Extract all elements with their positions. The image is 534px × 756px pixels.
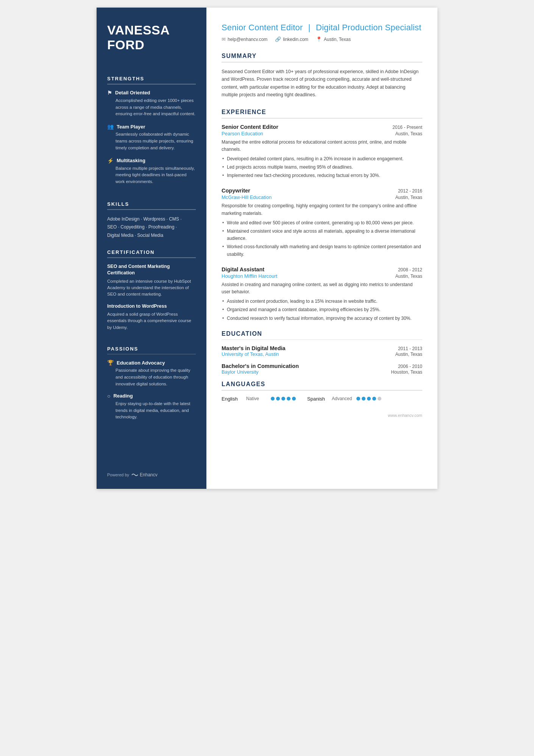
- skills-text: Adobe InDesign · Wordpress · CMS · SEO ·…: [107, 215, 196, 240]
- strength-title-2: Team Player: [117, 124, 145, 130]
- trophy-icon: 🏆: [107, 360, 114, 366]
- languages-section-title: LANGUAGES: [222, 381, 422, 388]
- certification-section-title: CERTIFICATION: [107, 249, 196, 255]
- exp-header-row-1: Senior Content Editor 2016 - Present: [222, 124, 422, 130]
- lang-level-english: Native: [246, 396, 267, 401]
- edu-school-row-1: University of Texas, Austin Austin, Texa…: [222, 351, 422, 357]
- lightning-icon: ⚡: [107, 158, 114, 164]
- job-title-part1: Senior Content Editor: [222, 23, 303, 32]
- exp-bullet-1-2: Led projects across multiple teams, meet…: [222, 164, 422, 171]
- flag-icon: ⚑: [107, 90, 112, 96]
- lang-dot-es-1: [356, 397, 360, 401]
- exp-bullets-3: Assisted in content production, leading …: [222, 298, 422, 322]
- strength-header-3: ⚡ Multitasking: [107, 158, 196, 164]
- strength-header-2: 👥 Team Player: [107, 124, 196, 130]
- exp-company-3: Houghton Mifflin Harcourt: [222, 273, 277, 279]
- strength-title-1: Detail Oriented: [115, 90, 150, 95]
- lang-dots-spanish: [356, 397, 381, 401]
- exp-bullet-1-3: Implemented new fact-checking procedures…: [222, 172, 422, 179]
- lang-dot-en-1: [271, 397, 275, 401]
- exp-bullet-2-3: Worked cross-functionally with marketing…: [222, 243, 422, 258]
- exp-bullets-1: Developed detailed content plans, result…: [222, 155, 422, 180]
- exp-job-title-2: Copywriter: [222, 188, 250, 194]
- strength-item-1: ⚑ Detail Oriented Accomplished editing o…: [107, 90, 196, 117]
- job-title-part2: Digital Production Specialist: [316, 23, 422, 32]
- reading-icon: ○: [107, 393, 110, 399]
- cert-desc-2: Acquired a solid grasp of WordPress esse…: [107, 311, 196, 331]
- exp-job-title-3: Digital Assistant: [222, 266, 264, 272]
- education-section-title: EDUCATION: [222, 330, 422, 337]
- location-text: Austin, Texas: [324, 37, 351, 42]
- summary-divider: [222, 62, 422, 63]
- passion-title-1: Education Advocacy: [117, 360, 165, 366]
- strengths-section-title: STRENGTHS: [107, 76, 196, 81]
- powered-by-label: Powered by: [107, 473, 129, 477]
- main-content: Senior Content Editor | Digital Producti…: [206, 8, 437, 489]
- lang-dot-en-5: [292, 397, 296, 401]
- passions-section-title: PASSIONS: [107, 346, 196, 352]
- passion-item-1: 🏆 Education Advocacy Passionate about im…: [107, 360, 196, 387]
- strength-desc-3: Balance multiple projects simultaneously…: [107, 165, 196, 185]
- edu-school-1: University of Texas, Austin: [222, 351, 279, 357]
- exp-bullet-1-1: Developed detailed content plans, result…: [222, 155, 422, 163]
- exp-bullet-2-1: Wrote and edited over 500 pieces of onli…: [222, 219, 422, 227]
- strength-desc-2: Seamlessly collaborated with dynamic tea…: [107, 131, 196, 151]
- exp-company-row-1: Pearson Education Austin, Texas: [222, 131, 422, 136]
- summary-text: Seasoned Content Editor with 10+ years o…: [222, 68, 422, 99]
- exp-location-3: Austin, Texas: [395, 274, 422, 279]
- lang-dot-en-4: [287, 397, 290, 401]
- lang-item-spanish: Spanish Advanced: [307, 396, 381, 402]
- edu-school-row-2: Baylor University Houston, Texas: [222, 369, 422, 375]
- strength-header-1: ⚑ Detail Oriented: [107, 90, 196, 96]
- lang-dot-es-5: [378, 397, 381, 401]
- strength-item-3: ⚡ Multitasking Balance multiple projects…: [107, 158, 196, 185]
- exp-item-3: Digital Assistant 2008 - 2012 Houghton M…: [222, 266, 422, 322]
- education-divider: [222, 340, 422, 340]
- passion-desc-2: Enjoy staying up-to-date with the latest…: [107, 401, 196, 421]
- passion-desc-1: Passionate about improving the quality a…: [107, 367, 196, 387]
- exp-desc-2: Responsible for creating compelling, hig…: [222, 202, 422, 217]
- contact-row: ✉ help@enhancv.com 🔗 linkedin.com 📍 Aust…: [222, 36, 422, 42]
- skills-section-title: SKILLS: [107, 201, 196, 207]
- exp-header-row-3: Digital Assistant 2008 - 2012: [222, 266, 422, 272]
- exp-bullet-3-3: Conducted research to verify factual inf…: [222, 315, 422, 322]
- exp-location-2: Austin, Texas: [395, 195, 422, 200]
- languages-divider: [222, 390, 422, 391]
- edu-school-2: Baylor University: [222, 369, 259, 375]
- cert-title-2: Introduction to WordPress: [107, 303, 196, 310]
- experience-section-title: EXPERIENCE: [222, 109, 422, 116]
- main-footer: www.enhancv.com: [222, 413, 422, 418]
- exp-desc-1: Managed the entire editorial process for…: [222, 139, 422, 153]
- edu-item-2: Bachelor's in Communication 2006 - 2010 …: [222, 363, 422, 375]
- exp-dates-1: 2016 - Present: [392, 125, 422, 130]
- lang-item-english: English Native: [222, 396, 296, 402]
- lang-level-spanish: Advanced: [332, 396, 353, 401]
- lang-dots-english: [271, 397, 296, 401]
- lang-name-english: English: [222, 396, 242, 402]
- exp-company-row-3: Houghton Mifflin Harcourt Austin, Texas: [222, 273, 422, 279]
- enhancv-logo: Enhancv: [131, 472, 158, 477]
- contact-email: ✉ help@enhancv.com: [222, 36, 267, 42]
- exp-dates-3: 2008 - 2012: [398, 267, 422, 272]
- exp-bullet-2-2: Maintained consistent voice and style ac…: [222, 228, 422, 242]
- strength-title-3: Multitasking: [117, 158, 145, 163]
- edu-header-row-2: Bachelor's in Communication 2006 - 2010: [222, 363, 422, 369]
- exp-bullet-3-2: Organized and managed a content database…: [222, 306, 422, 313]
- exp-bullet-3-1: Assisted in content production, leading …: [222, 298, 422, 305]
- location-icon: 📍: [316, 36, 322, 42]
- cert-desc-1: Completed an intensive course by HubSpot…: [107, 278, 196, 298]
- passion-title-2: Reading: [113, 393, 133, 399]
- exp-location-1: Austin, Texas: [395, 131, 422, 136]
- email-icon: ✉: [222, 36, 226, 42]
- sidebar: VANESSAFORD STRENGTHS ⚑ Detail Oriented …: [97, 8, 206, 489]
- lang-dot-es-2: [362, 397, 365, 401]
- exp-company-1: Pearson Education: [222, 131, 263, 136]
- summary-section-title: SUMMARY: [222, 53, 422, 59]
- edu-dates-1: 2011 - 2013: [398, 346, 422, 351]
- languages-row: English Native Spanish Advanced: [222, 396, 422, 402]
- cert-item-2: Introduction to WordPress Acquired a sol…: [107, 303, 196, 331]
- job-title-separator: |: [308, 23, 313, 32]
- exp-item-2: Copywriter 2012 - 2016 McGraw-Hill Educa…: [222, 188, 422, 258]
- passion-header-2: ○ Reading: [107, 393, 196, 399]
- exp-company-2: McGraw-Hill Education: [222, 194, 272, 200]
